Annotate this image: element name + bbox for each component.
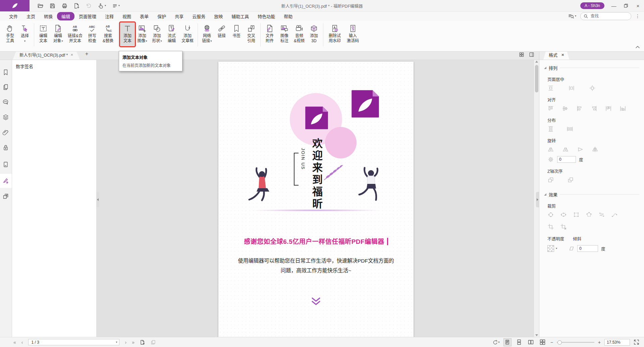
search-input[interactable] [590,13,622,19]
align-right-button[interactable] [591,105,597,112]
menu-tab-file[interactable]: 文件 [5,12,22,20]
page-number-box[interactable]: 1 / 3 ▾ [28,339,119,345]
undo-button[interactable] [86,3,92,9]
print-button[interactable] [62,3,67,9]
menu-tab-protect[interactable]: 保护 [153,12,170,20]
ribbon-button-edit-text[interactable]: 编辑 文本 [36,22,51,46]
restore-button[interactable] [620,0,632,11]
ribbon-button-select[interactable]: 选择 ▾ [17,22,32,46]
hand-tool-quick-button[interactable]: ▾ [98,3,106,9]
ribbon-button-enter-activation-code[interactable]: 输入 激活码 [344,22,361,46]
scroll-down-icon[interactable] [535,334,538,336]
single-page-view-button[interactable] [503,338,512,346]
menu-tab-page-manage[interactable]: 页面管理 [74,12,101,20]
zoom-slider-thumb[interactable] [557,340,562,345]
collapse-ribbon-button[interactable] [635,46,640,49]
distribute-horizontally-button[interactable] [567,126,573,132]
crop-curve-button[interactable] [611,211,618,218]
new-tab-button[interactable]: + [85,51,88,57]
menu-tab-home[interactable]: 主页 [22,12,40,20]
menu-tab-edit[interactable]: 编辑 [57,12,74,20]
ribbon-button-add-image[interactable]: 添加 图像▾ [135,22,150,46]
next-page-button[interactable]: › [125,340,126,345]
close-tab-icon[interactable]: × [70,52,73,57]
remove-crop-button[interactable] [560,223,567,230]
new-document-button[interactable] [74,3,79,9]
minimize-button[interactable]: — [608,0,620,11]
distribute-vertically-button[interactable] [547,126,554,132]
send-backward-button[interactable] [567,177,574,183]
bookmarks-panel-icon[interactable] [2,69,9,76]
center-both-button[interactable] [589,85,596,91]
effects-section-header[interactable]: 效果 [544,191,639,198]
rotation-degrees-input[interactable] [557,156,576,163]
zoom-slider[interactable] [557,342,594,343]
menu-tab-help[interactable]: 帮助 [279,12,297,20]
flip-left-button[interactable] [547,146,554,153]
menu-tab-share[interactable]: 共享 [170,12,188,20]
center-vertically-button[interactable] [568,85,575,91]
zoom-out-button[interactable]: − [550,340,553,345]
ribbon-button-image-annotation[interactable]: 图像 标注 [277,22,292,46]
rotate-button[interactable] [577,146,584,153]
ribbon-button-file-attachment[interactable]: 文件 附件 [262,22,277,46]
ribbon-button-cross-reference[interactable]: 交叉 引用 [244,22,259,46]
ribbon-button-add-article-box[interactable]: 添加 文章框 [179,22,196,46]
center-horizontally-button[interactable] [547,85,554,91]
grid-view-icon[interactable] [519,52,524,57]
digital-signatures-panel-icon[interactable] [2,177,9,184]
ribbon-button-add-3d[interactable]: 添加 3D [307,22,321,46]
continuous-view-button[interactable] [515,338,523,346]
menu-tab-convert[interactable]: 转换 [40,12,57,20]
crop-rectangle-button[interactable] [573,211,580,218]
menu-tab-form[interactable]: 表单 [136,12,153,20]
skew-degrees-input[interactable] [577,245,598,252]
first-page-button[interactable]: « [13,340,16,345]
duplicate-page-button[interactable] [151,340,156,345]
zoom-level-input[interactable] [604,339,630,346]
ribbon-button-remove-trial-watermark[interactable]: 删除试 用水印 [325,22,344,46]
fields-panel-icon[interactable] [2,161,9,168]
fit-screen-button[interactable] [634,339,639,345]
ribbon-button-spell-check[interactable]: ABC 拼写 检查 [85,22,100,46]
ribbon-button-audio-video[interactable]: 音频 &视频 [292,22,307,46]
destinations-panel-icon[interactable] [2,193,9,200]
new-page-button[interactable] [140,340,145,345]
collapse-right-panel-handle[interactable] [536,192,539,207]
ribbon-button-add-text[interactable]: 添加 文本 [120,22,135,46]
crop-polyline-button[interactable] [598,211,605,218]
last-page-button[interactable]: » [132,340,135,345]
account-badge[interactable]: A - Sh3n [580,2,604,9]
menu-tab-view[interactable]: 视图 [118,12,136,20]
collapse-left-panel-handle[interactable] [96,192,99,207]
search-box[interactable] [580,12,631,20]
align-center-vertical-button[interactable] [620,105,626,112]
security-panel-icon[interactable] [2,144,9,151]
mirror-button[interactable] [592,146,598,153]
flip-right-button[interactable] [562,146,569,153]
ribbon-button-search-replace[interactable]: ABAC 搜索 &替换 [100,22,116,46]
rotate-view-button[interactable]: ▾ [492,340,500,345]
scroll-up-icon[interactable] [535,61,538,63]
comments-panel-icon[interactable] [2,99,9,106]
customize-toolbar-button[interactable]: ▾ [112,3,120,8]
bring-forward-button[interactable] [547,177,554,183]
close-window-button[interactable]: × [632,0,644,11]
align-left-button[interactable] [576,105,583,112]
align-center-horizontal-button[interactable] [605,105,612,112]
ribbon-button-web-link[interactable]: 网络 链接▾ [200,22,214,46]
advanced-search-button[interactable]: ▾ [568,13,576,19]
crop-ellipse-button[interactable] [560,211,567,218]
facing-view-button[interactable] [527,338,535,346]
ribbon-button-hand-tool[interactable]: 手型 工具 [3,22,17,46]
menu-tab-cloud[interactable]: 云服务 [188,12,210,20]
menu-tab-comment[interactable]: 注释 [101,12,118,20]
ribbon-button-link-merge-text[interactable]: AB 链接&合 并文本 [65,22,85,46]
ribbon-button-link[interactable]: 链接 [214,22,229,46]
menu-tab-accessibility[interactable]: 辅助工具 [227,12,253,20]
ribbon-button-add-shape[interactable]: 添加 形状▾ [150,22,164,46]
open-file-button[interactable] [38,3,43,9]
attachments-panel-icon[interactable] [2,129,9,136]
ribbon-button-bookmark[interactable]: 书签 [229,22,244,46]
close-format-panel-icon[interactable]: × [561,52,564,57]
